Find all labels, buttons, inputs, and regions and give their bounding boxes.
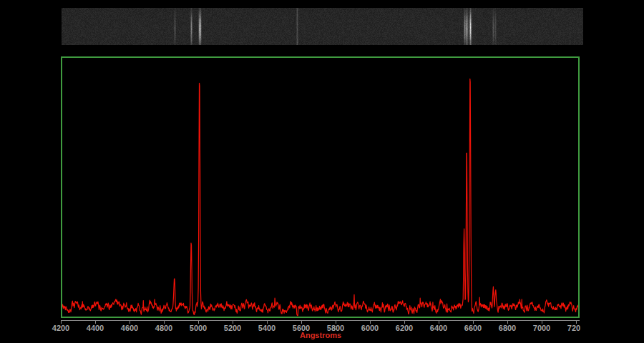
x-axis-title: Angstroms [300, 331, 341, 339]
x-axis-tick-label: 6800 [499, 324, 516, 332]
x-axis-tick-label: 6600 [464, 324, 482, 332]
spectrum-2d-strip [62, 8, 583, 45]
x-axis-tick-label: 6200 [396, 324, 413, 332]
x-axis-tick-label: 5400 [258, 324, 275, 332]
x-axis-tick-label: 7000 [533, 324, 550, 332]
x-axis-tick-labels: 4200440046004800500052005400560058006000… [0, 324, 580, 334]
x-axis-tick-label: 6000 [361, 324, 379, 332]
x-axis-tick-label: 4800 [155, 324, 172, 332]
x-axis-tick-label: 4400 [87, 324, 104, 332]
spectrum-trace [62, 79, 578, 315]
spectrum-viewer-window: 4200440046004800500052005400560058006000… [0, 0, 644, 343]
x-axis-tick-label: 4200 [52, 324, 69, 332]
x-axis-tick-label: 6400 [430, 324, 447, 332]
x-axis-tick-label: 5200 [224, 324, 241, 332]
spectrum-1d-plot [62, 58, 578, 317]
x-axis-tick-label: 7200 [567, 324, 580, 332]
spectrum-plot-frame [61, 56, 580, 318]
x-axis-tick-label: 5000 [190, 324, 207, 332]
x-axis-tick-label: 4600 [121, 324, 138, 332]
